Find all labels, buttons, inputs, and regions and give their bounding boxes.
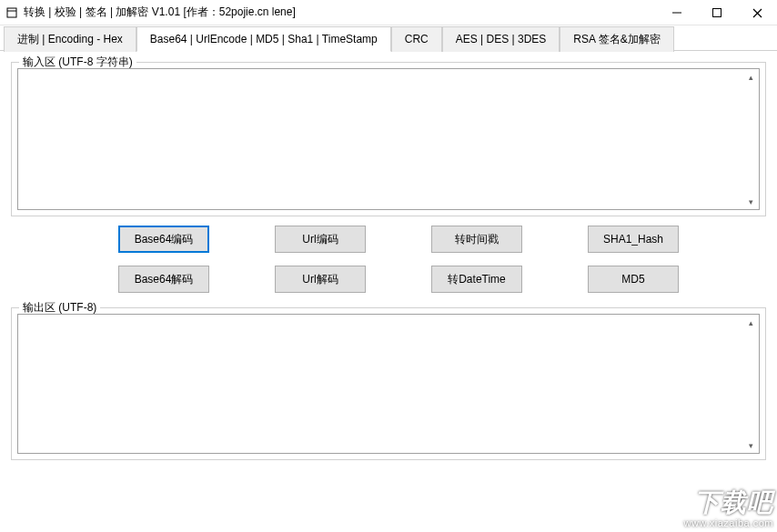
sha1-hash-button[interactable]: SHA1_Hash: [588, 226, 679, 253]
minimize-button[interactable]: [657, 0, 697, 25]
output-fieldset: 输出区 (UTF-8) ▴ ▾: [11, 307, 766, 460]
tabbar: 进制 | Encoding - Hex Base64 | UrlEncode |…: [0, 25, 777, 51]
output-textarea[interactable]: [17, 314, 760, 454]
watermark-text-large: 下载吧: [684, 489, 773, 517]
window-controls: [657, 0, 777, 25]
tab-base64[interactable]: Base64 | UrlEncode | MD5 | Sha1 | TimeSt…: [136, 26, 391, 52]
to-datetime-button[interactable]: 转DateTime: [431, 266, 522, 293]
to-timestamp-button[interactable]: 转时间戳: [431, 226, 522, 253]
input-textarea[interactable]: [17, 68, 760, 210]
watermark-text-small: www.xiazaiba.com: [684, 517, 773, 528]
maximize-button[interactable]: [697, 0, 737, 25]
svg-rect-0: [7, 8, 16, 17]
content-area: 输入区 (UTF-8 字符串) ▴ ▾ Base64编码 Url编码 转时间戳 …: [0, 51, 777, 467]
url-decode-button[interactable]: Url解码: [275, 266, 366, 293]
input-fieldset: 输入区 (UTF-8 字符串) ▴ ▾: [11, 62, 766, 216]
button-panel: Base64编码 Url编码 转时间戳 SHA1_Hash Base64解码 U…: [11, 216, 766, 304]
tab-rsa[interactable]: RSA 签名&加解密: [560, 26, 673, 52]
watermark: 下载吧 www.xiazaiba.com: [684, 489, 773, 528]
scroll-down-icon[interactable]: ▾: [744, 438, 758, 452]
md5-button[interactable]: MD5: [588, 266, 679, 293]
close-button[interactable]: [737, 0, 777, 25]
url-encode-button[interactable]: Url编码: [275, 226, 366, 253]
titlebar: 转换 | 校验 | 签名 | 加解密 V1.01 [作者：52pojie.cn …: [0, 0, 777, 25]
base64-encode-button[interactable]: Base64编码: [118, 226, 209, 253]
scroll-down-icon[interactable]: ▾: [744, 195, 758, 208]
base64-decode-button[interactable]: Base64解码: [118, 266, 209, 293]
scroll-up-icon[interactable]: ▴: [744, 70, 758, 84]
tab-aes-des[interactable]: AES | DES | 3DES: [442, 26, 560, 52]
app-icon: [5, 6, 18, 19]
button-row-2: Base64解码 Url解码 转DateTime MD5: [11, 266, 766, 293]
tab-crc[interactable]: CRC: [391, 26, 442, 52]
button-row-1: Base64编码 Url编码 转时间戳 SHA1_Hash: [11, 226, 766, 253]
svg-rect-3: [713, 9, 722, 17]
scroll-up-icon[interactable]: ▴: [744, 316, 758, 329]
window-title: 转换 | 校验 | 签名 | 加解密 V1.01 [作者：52pojie.cn …: [24, 5, 296, 20]
tab-hex[interactable]: 进制 | Encoding - Hex: [4, 26, 136, 52]
